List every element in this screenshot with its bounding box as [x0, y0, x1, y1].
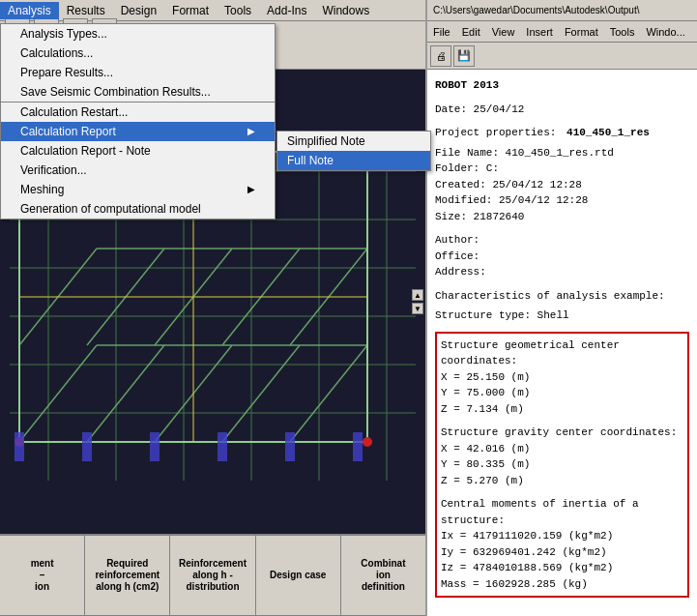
submenu-simplified-note[interactable]: Simplified Note: [277, 132, 430, 151]
geom-center-z: Z = 7.134 (m): [441, 401, 683, 418]
dropdown-verification[interactable]: Verification...: [1, 161, 275, 180]
table-col-design: Design case: [256, 536, 341, 616]
right-menu-windows[interactable]: Windo...: [640, 24, 690, 40]
right-toolbar: 🖨 💾: [427, 43, 697, 70]
right-date: Date: 25/04/12: [435, 102, 689, 118]
table-header-required: Requiredreinforcementalong h (cm2): [85, 536, 169, 616]
grav-center-z: Z = 5.270 (m): [441, 473, 683, 489]
table-header-design: Design case: [256, 536, 340, 616]
right-content[interactable]: ROBOT 2013 Date: 25/04/12 Project proper…: [427, 70, 697, 616]
dropdown-prepare-results[interactable]: Prepare Results...: [1, 63, 275, 82]
central-moments-iy: Iy = 632969401.242 (kg*m2): [441, 544, 683, 561]
right-robot-title: ROBOT 2013: [435, 77, 689, 94]
central-moments-ix: Ix = 4179111020.159 (kg*m2): [441, 528, 683, 544]
menu-item-addins[interactable]: Add-Ins: [259, 0, 314, 20]
table-col-element: ment–ion: [0, 536, 85, 616]
right-toolbar-save[interactable]: 💾: [453, 45, 475, 67]
grav-center-y: Y = 80.335 (m): [441, 456, 683, 473]
dropdown-calc-restart[interactable]: Calculation Restart...: [1, 102, 275, 122]
right-menu-file[interactable]: File: [427, 24, 456, 40]
right-address: Address:: [435, 264, 689, 280]
svg-rect-38: [150, 432, 160, 461]
right-menu-tools[interactable]: Tools: [604, 24, 641, 40]
central-moments-mass: Mass = 1602928.285 (kg): [441, 576, 683, 593]
dropdown-menu: Analysis Types... Calculations... Prepar…: [0, 23, 276, 220]
right-menu-format[interactable]: Format: [559, 24, 604, 40]
scroll-up-btn[interactable]: ▲: [412, 289, 423, 301]
right-author: Author:: [435, 232, 689, 249]
right-toolbar-print[interactable]: 🖨: [430, 45, 451, 67]
right-filename: File Name: 410_450_1_res.rtd: [435, 145, 689, 161]
geom-center-y: Y = 75.000 (m): [441, 385, 683, 401]
right-structure-type: Structure type: Shell: [435, 308, 689, 324]
left-panel: Analysis Analysis Types... Calculations.…: [0, 0, 425, 616]
highlight-box: Structure geometrical center coordinates…: [435, 332, 689, 599]
right-panel: C:\Users\gawedar\Documents\Autodesk\Outp…: [425, 0, 697, 616]
right-folder: Folder: C:: [435, 161, 689, 177]
right-size: Size: 21872640: [435, 209, 689, 225]
right-menu-insert[interactable]: Insert: [520, 24, 559, 40]
right-menu-bar: File Edit View Insert Format Tools Windo…: [427, 21, 697, 43]
table-header-reinforcement: Reinforcementalong h -distribution: [170, 536, 254, 616]
table-col-required: Requiredreinforcementalong h (cm2): [85, 536, 170, 616]
svg-rect-41: [353, 432, 363, 461]
dropdown-calc-report-note[interactable]: Calculation Report - Note: [1, 141, 275, 161]
table-col-reinforcement: Reinforcementalong h -distribution: [170, 536, 255, 616]
menu-item-tools[interactable]: Tools: [217, 0, 259, 20]
svg-rect-39: [218, 432, 227, 461]
menu-item-windows[interactable]: Windows: [314, 0, 377, 20]
bottom-table: ment–ion Requiredreinforcementalong h (c…: [0, 534, 425, 616]
central-moments-label: Central moments of inertia of a structur…: [441, 496, 683, 528]
grav-center-label: Structure gravity center coordinates:: [441, 425, 683, 441]
right-title-text: C:\Users\gawedar\Documents\Autodesk\Outp…: [427, 3, 645, 17]
scroll-down-btn[interactable]: ▼: [412, 303, 423, 314]
right-created: Created: 25/04/12 12:28: [435, 177, 689, 193]
menu-item-design[interactable]: Design: [113, 0, 164, 20]
submenu: Simplified Note Full Note: [276, 131, 431, 171]
dropdown-generation[interactable]: Generation of computational model: [1, 199, 275, 219]
dropdown-calculations[interactable]: Calculations...: [1, 44, 275, 63]
dropdown-calc-report[interactable]: Calculation Report ▶: [1, 122, 275, 141]
right-menu-edit[interactable]: Edit: [456, 24, 486, 40]
right-office: Office:: [435, 249, 689, 265]
geom-center-x: X = 25.150 (m): [441, 369, 683, 386]
right-project: Project properties: 410_450_1_res: [435, 125, 689, 141]
central-moments-iz: Iz = 4784010188.569 (kg*m2): [441, 560, 683, 576]
right-project-label: Project properties:: [435, 127, 556, 138]
right-char-label: Characteristics of analysis example:: [435, 288, 689, 305]
svg-rect-36: [15, 432, 24, 461]
menu-item-format[interactable]: Format: [164, 0, 217, 20]
table-header-combination: Combinationdefinition: [341, 536, 425, 616]
menu-item-analysis[interactable]: Analysis: [0, 2, 59, 19]
svg-rect-40: [285, 432, 295, 461]
dropdown-analysis-types[interactable]: Analysis Types...: [1, 24, 275, 44]
dropdown-meshing[interactable]: Meshing ▶: [1, 180, 275, 199]
dropdown-save-seismic[interactable]: Save Seismic Combination Results...: [1, 82, 275, 102]
right-project-value: 410_450_1_res: [566, 127, 650, 138]
submenu-full-note[interactable]: Full Note: [277, 151, 430, 170]
submenu-arrow: ▶: [247, 126, 255, 136]
svg-rect-37: [82, 432, 92, 461]
table-header-element: ment–ion: [0, 536, 84, 616]
svg-point-35: [363, 437, 372, 447]
geom-center-label: Structure geometrical center coordinates…: [441, 337, 683, 369]
right-menu-view[interactable]: View: [486, 24, 521, 40]
table-col-combination: Combinationdefinition: [341, 536, 425, 616]
right-modified: Modified: 25/04/12 12:28: [435, 192, 689, 209]
right-title-bar: C:\Users\gawedar\Documents\Autodesk\Outp…: [427, 0, 697, 21]
grav-center-x: X = 42.016 (m): [441, 441, 683, 457]
meshing-arrow: ▶: [247, 184, 255, 194]
